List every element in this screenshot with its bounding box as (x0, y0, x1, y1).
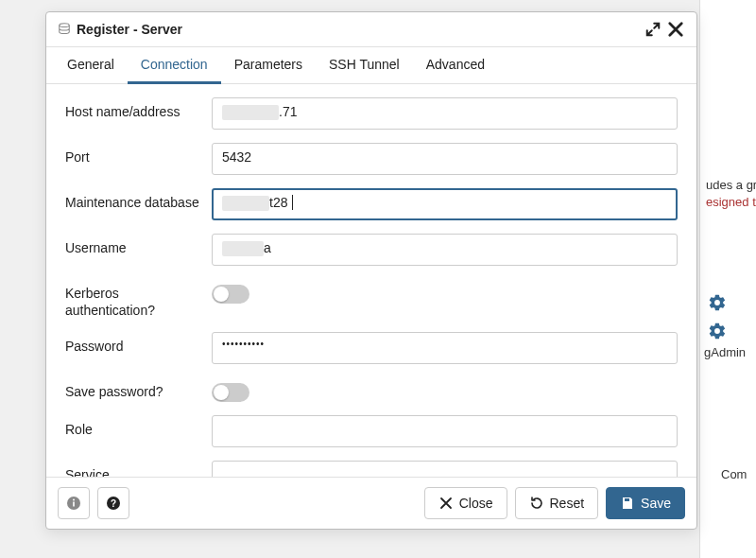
expand-icon (644, 20, 662, 39)
svg-point-3 (73, 499, 75, 501)
svg-point-0 (60, 24, 70, 27)
reset-label: Reset (550, 496, 585, 511)
service-label: Service (65, 461, 212, 477)
dialog-footer: ? Close Reset Save (46, 477, 696, 529)
save-password-label: Save password? (65, 377, 212, 401)
close-icon (666, 20, 685, 39)
port-input[interactable]: 5432 (212, 143, 678, 175)
svg-text:?: ? (111, 498, 116, 509)
reset-button[interactable]: Reset (515, 487, 599, 519)
dialog-titlebar: Register - Server (46, 12, 696, 47)
save-label: Save (641, 496, 671, 511)
tab-advanced[interactable]: Advanced (413, 47, 498, 84)
close-label: Close (459, 496, 493, 511)
info-icon (66, 496, 81, 511)
gear-icon (708, 293, 727, 312)
save-icon (620, 496, 635, 511)
host-input[interactable]: .71 (212, 97, 678, 130)
kerberos-toggle[interactable] (212, 285, 249, 304)
tab-connection[interactable]: Connection (128, 47, 221, 84)
kerberos-label: Kerberos authentication? (65, 279, 212, 319)
background-content: udes a gr esigned t gAdmin Com (699, 0, 756, 558)
password-label: Password (65, 332, 212, 356)
close-dialog-button[interactable] (666, 20, 685, 39)
close-button[interactable]: Close (424, 487, 507, 519)
tab-general[interactable]: General (54, 47, 128, 84)
svg-rect-2 (73, 502, 75, 507)
tab-bar: General Connection Parameters SSH Tunnel… (46, 47, 696, 84)
info-button[interactable] (58, 487, 90, 519)
save-button[interactable]: Save (606, 487, 685, 519)
reset-icon (529, 496, 544, 511)
form-body: Host name/address .71 Port 5432 Maintena… (46, 84, 696, 477)
help-icon: ? (106, 496, 121, 511)
dialog-title: Register - Server (77, 22, 640, 37)
service-input[interactable] (212, 461, 678, 477)
role-label: Role (65, 415, 212, 439)
port-label: Port (65, 143, 212, 166)
username-label: Username (65, 234, 212, 257)
role-input[interactable] (212, 415, 678, 447)
maximize-button[interactable] (644, 20, 662, 39)
help-button[interactable]: ? (97, 487, 129, 519)
tab-parameters[interactable]: Parameters (221, 47, 316, 84)
username-input[interactable]: a (212, 234, 678, 266)
maintenance-db-label: Maintenance database (65, 188, 212, 212)
host-label: Host name/address (65, 97, 212, 121)
gear-icon (708, 322, 727, 340)
register-server-dialog: Register - Server General Connection Par… (45, 11, 697, 530)
save-password-toggle[interactable] (212, 383, 249, 402)
x-icon (438, 496, 454, 511)
tab-ssh-tunnel[interactable]: SSH Tunnel (316, 47, 413, 84)
password-input[interactable]: •••••••••• (212, 332, 678, 364)
database-icon (58, 23, 71, 36)
maintenance-db-input[interactable]: t28 (212, 188, 678, 220)
